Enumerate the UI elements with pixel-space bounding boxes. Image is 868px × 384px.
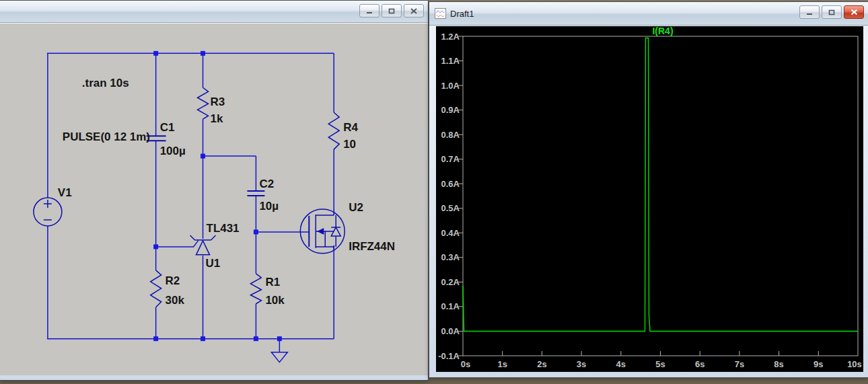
u1-type-label[interactable]: TL431 [207, 222, 240, 235]
schematic-drawing: .tran 10s PULSE(0 12 1m) V1 C1 100µ R3 1… [0, 24, 428, 375]
minimize-icon [806, 9, 813, 15]
y-tick-label: 1.2A [441, 32, 460, 42]
r3-value-label[interactable]: 1k [211, 112, 223, 125]
u2-ref-label[interactable]: U2 [349, 201, 363, 214]
close-icon [410, 8, 417, 14]
r1-ref-label[interactable]: R1 [265, 276, 280, 289]
x-tick-label: 0s [461, 359, 470, 369]
restore-button[interactable] [822, 5, 842, 19]
y-tick-label: 0.6A [441, 179, 460, 189]
component-r2-resistor[interactable] [151, 270, 161, 307]
y-tick-label: 0.9A [441, 105, 460, 115]
x-tick-label: 5s [655, 359, 665, 369]
plot-area[interactable]: 1.2A 1.1A 1.0A 0.9A 0.8A 0.7A 0.6A 0.5A … [436, 26, 863, 372]
desktop: .tran 10s PULSE(0 12 1m) V1 C1 100µ R3 1… [0, 0, 868, 384]
c2-value-label[interactable]: 10µ [259, 200, 279, 213]
x-tick-label: 7s [735, 359, 744, 369]
r2-ref-label[interactable]: R2 [166, 274, 180, 287]
v1-value-label[interactable]: PULSE(0 12 1m) [63, 130, 150, 143]
schematic-window: .tran 10s PULSE(0 12 1m) V1 C1 100µ R3 1… [0, 0, 429, 381]
v1-ref-label[interactable]: V1 [58, 186, 72, 199]
y-tick-label: 0.1A [441, 301, 460, 311]
schematic-window-controls [359, 4, 424, 17]
component-r4-resistor[interactable] [328, 112, 339, 149]
component-c2-capacitor[interactable] [247, 191, 264, 196]
waveform-app-icon [435, 8, 446, 19]
schematic-labels: .tran 10s PULSE(0 12 1m) V1 C1 100µ R3 1… [58, 77, 395, 306]
r4-value-label[interactable]: 10 [343, 138, 356, 151]
mosfet-arrow [317, 228, 324, 235]
y-tick-label: 1.1A [441, 56, 460, 66]
schematic-window-titlebar[interactable] [0, 1, 428, 23]
r4-ref-label[interactable]: R4 [343, 121, 358, 134]
waveform-window-titlebar[interactable]: Draft1 [429, 2, 868, 26]
x-tick-label: 8s [774, 359, 783, 369]
y-tick-label: 0.8A [441, 130, 460, 140]
x-tick-label: 3s [577, 359, 586, 369]
ground-symbol[interactable] [271, 352, 287, 362]
c2-ref-label[interactable]: C2 [259, 178, 274, 190]
c1-value-label[interactable]: 100µ [160, 145, 186, 157]
restore-button[interactable] [382, 4, 402, 17]
wire-segments[interactable] [47, 53, 334, 352]
x-tick-label: 2s [537, 359, 546, 369]
y-tick-label: 1.0A [441, 81, 460, 91]
waveform-plot: 1.2A 1.1A 1.0A 0.9A 0.8A 0.7A 0.6A 0.5A … [436, 26, 863, 372]
x-tick-label: 1s [497, 359, 507, 369]
minimize-button[interactable] [359, 4, 379, 17]
component-r3-resistor[interactable] [198, 87, 209, 119]
restore-icon [388, 8, 395, 14]
schematic-canvas[interactable]: .tran 10s PULSE(0 12 1m) V1 C1 100µ R3 1… [0, 23, 428, 375]
component-u2-mosfet[interactable] [300, 209, 345, 254]
c1-ref-label[interactable]: C1 [160, 121, 175, 134]
component-v1-voltage-source[interactable] [34, 198, 62, 226]
r3-ref-label[interactable]: R3 [211, 95, 225, 108]
u2-type-label[interactable]: IRFZ44N [349, 240, 395, 253]
y-tick-label: 0.5A [441, 203, 460, 213]
x-tick-label: 10s [847, 359, 862, 369]
x-tick-label: 9s [813, 359, 823, 369]
u1-ref-label[interactable]: U1 [206, 257, 221, 270]
minimize-button[interactable] [799, 5, 820, 19]
trace-legend-label[interactable]: I(R4) [652, 26, 673, 36]
y-tick-label: 0.2A [441, 277, 460, 287]
r2-value-label[interactable]: 30k [166, 294, 185, 307]
restore-icon [828, 9, 835, 15]
minimize-icon [366, 8, 373, 14]
directive-label[interactable]: .tran 10s [82, 77, 129, 89]
y-tick-label: 0.3A [441, 252, 460, 262]
close-button[interactable] [844, 5, 864, 19]
waveform-window-title: Draft1 [450, 9, 474, 19]
x-tick-label: 4s [616, 359, 626, 369]
close-button[interactable] [404, 4, 424, 17]
x-tick-label: 6s [695, 359, 704, 369]
y-tick-label: 0.7A [441, 154, 460, 164]
component-r1-resistor[interactable] [250, 274, 261, 304]
close-icon [851, 9, 858, 15]
y-tick-label: 0.4A [441, 228, 460, 238]
y-tick-label: -0.1A [438, 351, 460, 361]
waveform-window: Draft1 [429, 1, 868, 378]
y-tick-label: 0.0A [441, 326, 460, 336]
waveform-window-controls [799, 5, 864, 19]
r1-value-label[interactable]: 10k [265, 294, 285, 307]
